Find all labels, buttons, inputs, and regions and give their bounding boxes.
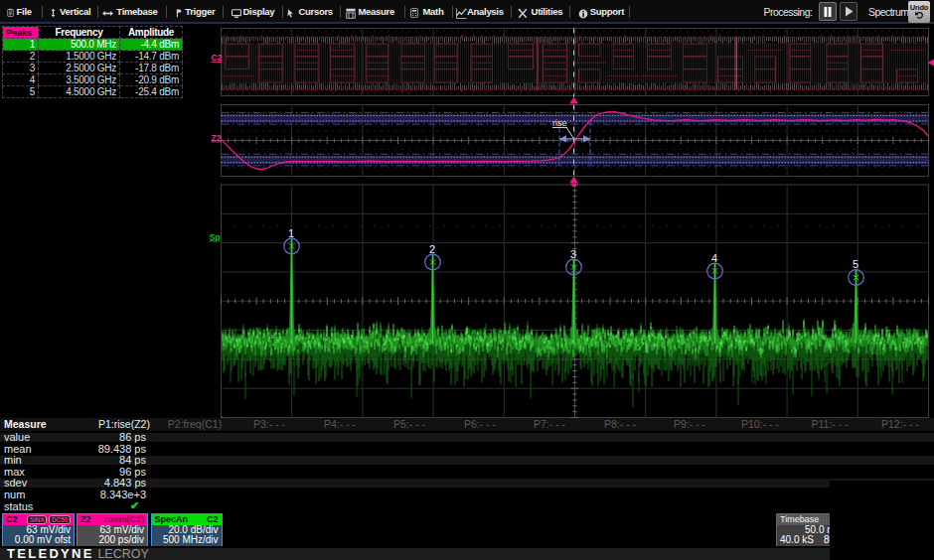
svg-text:rise: rise [552,118,567,128]
svg-text:Sp: Sp [210,232,221,242]
svg-text:2: 2 [429,243,435,255]
svg-text:Z2: Z2 [212,133,222,143]
svg-text:1: 1 [288,227,294,239]
svg-text:C2: C2 [212,53,223,63]
svg-text:5: 5 [853,258,858,270]
svg-text:3: 3 [570,248,576,260]
svg-text:4: 4 [711,252,717,264]
